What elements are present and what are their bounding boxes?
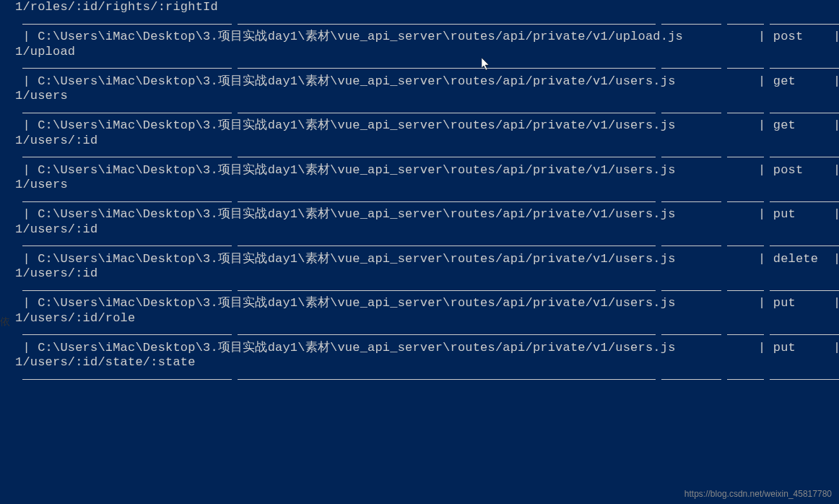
- api-path: | /api/: [826, 296, 839, 310]
- api-path: | /api/: [826, 252, 839, 266]
- watermark: https://blog.csdn.net/weixin_45817780: [684, 487, 832, 502]
- table-separator: [15, 104, 839, 119]
- route-row: | C:\Users\iMac\Desktop\3.项目实战day1\素材\vu…: [15, 207, 839, 222]
- api-path: | /api/: [826, 207, 839, 221]
- table-separator: [15, 15, 839, 30]
- api-path: | /api/: [826, 163, 839, 177]
- table-separator: [15, 326, 839, 341]
- file-path: | C:\Users\iMac\Desktop\3.项目实战day1\素材\vu…: [15, 118, 751, 132]
- route-row-continuation: 1/users/:id/role: [15, 311, 839, 326]
- route-row: | C:\Users\iMac\Desktop\3.项目实战day1\素材\vu…: [15, 163, 839, 178]
- table-separator: [15, 282, 839, 297]
- table-separator: [15, 370, 839, 386]
- route-row: | C:\Users\iMac\Desktop\3.项目实战day1\素材\vu…: [15, 74, 839, 90]
- route-row: | C:\Users\iMac\Desktop\3.项目实战day1\素材\vu…: [15, 252, 839, 267]
- table-separator: [15, 148, 839, 163]
- route-row: | C:\Users\iMac\Desktop\3.项目实战day1\素材\vu…: [15, 30, 839, 45]
- route-row: | C:\Users\iMac\Desktop\3.项目实战day1\素材\vu…: [15, 118, 839, 134]
- route-row-continuation: 1/users/:id/state/:state: [15, 355, 839, 370]
- http-method: | delete: [751, 252, 826, 266]
- route-row: | C:\Users\iMac\Desktop\3.项目实战day1\素材\vu…: [15, 341, 839, 356]
- route-row-continuation: 1/upload: [15, 45, 839, 60]
- file-path: | C:\Users\iMac\Desktop\3.项目实战day1\素材\vu…: [15, 296, 751, 310]
- terminal-output[interactable]: 1/roles/:id/rights/:rightId | C:\Users\i…: [0, 0, 839, 385]
- http-method: | get: [751, 118, 826, 132]
- http-method: | put: [751, 296, 826, 310]
- table-separator: [15, 237, 839, 252]
- http-method: | get: [751, 74, 826, 88]
- route-row-continuation: 1/users: [15, 178, 839, 193]
- api-path: | /api/: [826, 118, 839, 132]
- table-separator: [15, 193, 839, 208]
- left-truncated-text: 依: [0, 315, 10, 330]
- http-method: | post: [751, 30, 826, 43]
- file-path: | C:\Users\iMac\Desktop\3.项目实战day1\素材\vu…: [15, 30, 751, 43]
- route-row-continuation: 1/users: [15, 89, 839, 104]
- file-path: | C:\Users\iMac\Desktop\3.项目实战day1\素材\vu…: [15, 163, 751, 177]
- file-path: | C:\Users\iMac\Desktop\3.项目实战day1\素材\vu…: [15, 341, 751, 355]
- api-path: | /api/: [826, 30, 839, 43]
- table-separator: [15, 59, 839, 74]
- route-row-continuation: 1/users/:id: [15, 222, 839, 238]
- route-row: | C:\Users\iMac\Desktop\3.项目实战day1\素材\vu…: [15, 296, 839, 311]
- http-method: | put: [751, 341, 826, 355]
- api-path: | /api/: [826, 74, 839, 88]
- file-path: | C:\Users\iMac\Desktop\3.项目实战day1\素材\vu…: [15, 252, 751, 266]
- route-row-continuation: 1/users/:id: [15, 266, 839, 282]
- api-path: | /api/: [826, 341, 839, 355]
- http-method: | post: [751, 163, 826, 177]
- route-row-continuation: 1/users/:id: [15, 134, 839, 149]
- file-path: | C:\Users\iMac\Desktop\3.项目实战day1\素材\vu…: [15, 74, 751, 88]
- http-method: | put: [751, 207, 826, 221]
- route-row-continuation: 1/roles/:id/rights/:rightId: [15, 0, 839, 15]
- file-path: | C:\Users\iMac\Desktop\3.项目实战day1\素材\vu…: [15, 207, 751, 221]
